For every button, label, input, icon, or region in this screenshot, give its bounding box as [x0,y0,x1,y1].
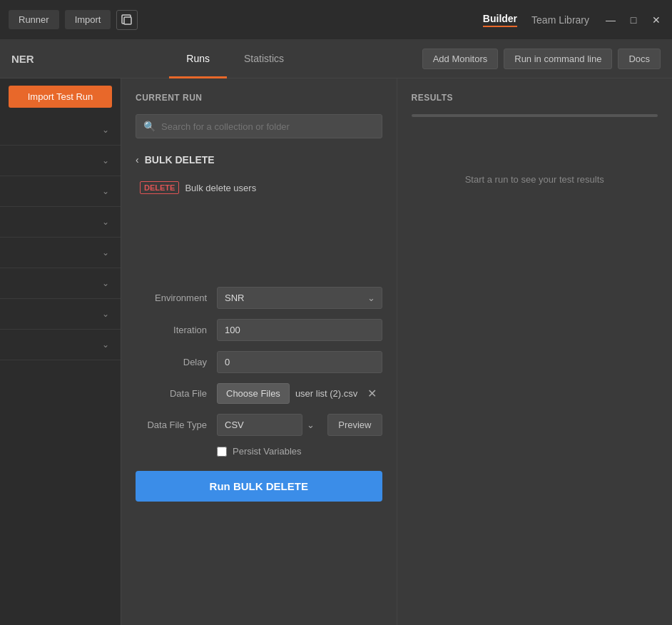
iteration-input[interactable] [217,319,382,341]
current-run-title: CURRENT RUN [136,93,382,103]
file-input-row: Choose Files user list (2).csv ✕ [217,383,381,404]
new-tab-icon [121,14,133,26]
data-file-row: Data File Choose Files user list (2).csv… [136,383,382,404]
team-library-label[interactable]: Team Library [531,14,589,26]
title-bar-right: Builder Team Library — □ ✕ [483,13,663,27]
data-file-type-select-wrapper: CSV ⌄ [217,414,322,436]
title-bar-nav: Runner Import [9,10,138,30]
title-bar: Runner Import Builder Team Library — □ ✕ [0,0,672,39]
choose-files-button[interactable]: Choose Files [217,383,290,404]
import-test-run-button[interactable]: Import Test Run [9,86,112,108]
method-badge-delete: DELETE [140,181,179,194]
tab-runs[interactable]: Runs [169,39,227,78]
sidebar-item-5[interactable]: ⌄ [0,238,121,268]
tabs-container: Runs Statistics [49,39,422,78]
clear-file-button[interactable]: ✕ [363,385,381,402]
sidebar-item-6[interactable]: ⌄ [0,268,121,299]
data-file-type-row: Data File Type CSV ⌄ Preview [136,414,382,436]
persist-row: Persist Variables [217,446,382,457]
action-buttons: Add Monitors Run in command line Docs [422,49,661,69]
close-button[interactable]: ✕ [649,13,663,27]
environment-select-wrapper: SNR ⌄ [217,287,382,309]
run-command-line-button[interactable]: Run in command line [504,49,612,69]
chevron-down-icon-6: ⌄ [102,278,109,288]
results-empty-message: Start a run to see your test results [465,174,604,185]
progress-bar-container [412,114,658,117]
runner-button[interactable]: Runner [9,10,59,29]
data-file-type-chevron-icon: ⌄ [307,420,315,430]
search-input[interactable] [161,121,375,132]
delay-input[interactable] [217,351,382,373]
maximize-button[interactable]: □ [626,13,641,27]
chevron-down-icon-5: ⌄ [102,248,109,258]
environment-label: Environment [136,293,207,303]
tab-statistics[interactable]: Statistics [227,39,301,78]
request-name: Bulk delete users [185,183,256,193]
import-button[interactable]: Import [65,10,111,29]
file-name-label: user list (2).csv [295,388,357,399]
sidebar-item-7[interactable]: ⌄ [0,299,121,330]
chevron-down-icon-3: ⌄ [102,186,109,196]
delay-row: Delay [136,351,382,373]
chevron-down-icon-8: ⌄ [102,340,109,350]
run-bulk-delete-button[interactable]: Run BULK DELETE [136,471,382,502]
collection-name: BULK DELETE [145,154,215,166]
add-monitors-button[interactable]: Add Monitors [422,49,499,69]
chevron-down-icon-4: ⌄ [102,217,109,227]
second-bar: NER Runs Statistics Add Monitors Run in … [0,39,672,78]
table-row: DELETE Bulk delete users [136,176,382,200]
collection-header: ‹ BULK DELETE [136,148,382,171]
app-name-label: NER [11,53,34,65]
persist-variables-checkbox[interactable] [217,447,227,457]
current-run-panel: CURRENT RUN 🔍 ‹ BULK DELETE DELETE Bulk … [121,78,397,625]
preview-button[interactable]: Preview [327,414,382,436]
search-icon: 🔍 [143,121,156,132]
minimize-button[interactable]: — [604,13,618,27]
svg-rect-1 [124,17,131,24]
environment-row: Environment SNR ⌄ [136,287,382,309]
search-box: 🔍 [136,114,382,138]
main-content: Import Test Run ⌄ ⌄ ⌄ ⌄ ⌄ ⌄ ⌄ ⌄ CURRENT … [0,78,672,625]
back-arrow-icon[interactable]: ‹ [136,154,139,166]
builder-label[interactable]: Builder [483,13,517,27]
persist-variables-label: Persist Variables [233,446,302,457]
new-tab-button[interactable] [116,10,138,30]
results-title: RESULTS [412,93,454,103]
data-file-label: Data File [136,388,207,399]
sidebar: Import Test Run ⌄ ⌄ ⌄ ⌄ ⌄ ⌄ ⌄ ⌄ [0,78,121,625]
request-list: DELETE Bulk delete users [136,176,382,275]
sidebar-item-1[interactable]: ⌄ [0,115,121,146]
docs-button[interactable]: Docs [618,49,661,69]
chevron-down-icon-1: ⌄ [102,125,109,135]
chevron-down-icon-2: ⌄ [102,156,109,166]
sidebar-item-2[interactable]: ⌄ [0,146,121,176]
delay-label: Delay [136,357,207,367]
data-file-type-label: Data File Type [136,420,207,430]
chevron-down-icon-7: ⌄ [102,309,109,319]
environment-select[interactable]: SNR [217,287,382,309]
sidebar-item-3[interactable]: ⌄ [0,176,121,207]
window-controls: — □ ✕ [604,13,663,27]
data-file-type-select[interactable]: CSV [217,414,302,436]
form-section: Environment SNR ⌄ Iteration Delay Data F… [136,287,382,502]
results-panel: RESULTS Start a run to see your test res… [397,78,673,625]
iteration-row: Iteration [136,319,382,341]
sidebar-item-8[interactable]: ⌄ [0,330,121,360]
iteration-label: Iteration [136,325,207,335]
sidebar-item-4[interactable]: ⌄ [0,207,121,238]
